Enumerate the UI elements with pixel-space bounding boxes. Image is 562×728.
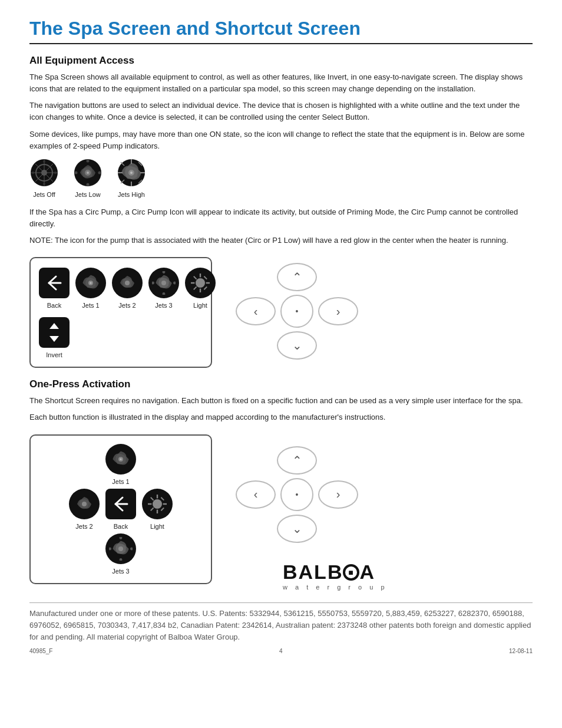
shortcut-jets3-icon xyxy=(105,533,136,564)
nav2-up-row: ⌃ xyxy=(277,446,317,475)
nav2-center-button: • xyxy=(280,478,313,511)
svg-point-17 xyxy=(98,171,101,174)
shortcut-jets2-item: Jets 2 xyxy=(69,489,100,530)
nav-up-row: ⌃ xyxy=(277,263,317,291)
spa-screen-box: Back Jets 1 xyxy=(29,257,212,368)
back-icon-item: Back xyxy=(39,268,70,309)
balboa-logo-water: w a t e r g r o u p xyxy=(283,584,388,591)
back-label: Back xyxy=(47,302,61,309)
svg-line-45 xyxy=(204,287,207,290)
nav-cluster-2: ⌃ ‹ • › ⌄ xyxy=(236,440,358,543)
spa-screen-diagram: Back Jets 1 xyxy=(29,257,533,368)
svg-point-59 xyxy=(120,558,123,561)
jets-off-label: Jets Off xyxy=(33,191,55,198)
svg-point-9 xyxy=(32,172,34,174)
shortcut-light-item: Light xyxy=(142,489,173,530)
date: 12-08-11 xyxy=(509,648,533,654)
jets3-label: Jets 3 xyxy=(155,302,172,309)
svg-point-62 xyxy=(118,546,123,551)
svg-point-47 xyxy=(120,458,121,460)
shortcut-jets2-icon xyxy=(69,489,100,519)
balboa-logo-name: BALB■A xyxy=(283,561,388,584)
jets2-icon xyxy=(112,268,143,298)
page-title: The Spa Screen and Shortcut Screen xyxy=(29,18,533,44)
shortcut-back-label: Back xyxy=(114,523,128,530)
svg-point-58 xyxy=(120,537,123,539)
invert-icon xyxy=(39,317,70,348)
svg-line-43 xyxy=(204,276,207,279)
balboa-logo-area: BALB■A w a t e r g r o u p xyxy=(283,561,388,591)
back-icon xyxy=(39,268,70,298)
shortcut-jets1-icon xyxy=(105,444,136,475)
nav-left-button: ‹ xyxy=(236,297,276,325)
balboa-o-circle: ■ xyxy=(343,564,359,581)
nav2-right-button: › xyxy=(318,480,358,509)
svg-point-13 xyxy=(87,172,89,174)
jets-off-item: Jets Off xyxy=(29,158,59,198)
section2-para1: The Shortcut Screen requires no navigati… xyxy=(29,395,533,407)
spa-screen-bottom-row: Invert xyxy=(39,317,203,358)
svg-point-61 xyxy=(130,547,133,550)
invert-icon-item: Invert xyxy=(39,317,70,358)
svg-point-28 xyxy=(130,172,133,174)
shortcut-jets3-label: Jets 3 xyxy=(112,568,129,575)
svg-point-60 xyxy=(109,547,111,550)
svg-point-16 xyxy=(75,171,78,174)
footer: Manufactured under one or more of these … xyxy=(29,602,533,654)
shortcut-screen-box: Jets 1 Jets 2 xyxy=(29,434,212,584)
light-icon xyxy=(185,268,216,298)
section1-para1: The Spa Screen shows all available equip… xyxy=(29,71,533,95)
shortcut-nav-area: ⌃ ‹ • › ⌄ BALB■A w a t e r g r o u p xyxy=(236,434,533,591)
shortcut-screen-diagram: Jets 1 Jets 2 xyxy=(29,434,533,591)
svg-point-8 xyxy=(43,183,45,185)
section1-heading: All Equipment Access xyxy=(29,55,533,67)
nav-cluster-1: ⌃ ‹ • › ⌄ xyxy=(236,257,358,360)
nav2-middle-row: ‹ • › xyxy=(236,478,358,511)
section1-para4: If the Spa has a Circ Pump, a Circ Pump … xyxy=(29,206,533,230)
shortcut-jets2-label: Jets 2 xyxy=(75,523,92,530)
patent-text: Manufactured under one or more of these … xyxy=(29,608,533,643)
doc-number: 40985_F xyxy=(29,648,52,654)
nav2-down-button: ⌄ xyxy=(277,515,317,543)
jets1-icon-item: Jets 1 xyxy=(75,268,106,309)
jets2-label: Jets 2 xyxy=(118,302,135,309)
svg-point-48 xyxy=(82,502,87,506)
nav-down-button: ⌄ xyxy=(277,331,317,360)
svg-point-31 xyxy=(125,281,130,285)
pump-icons-row: Jets Off Jets Low xyxy=(29,158,533,198)
nav-middle-row: ‹ • › xyxy=(236,295,358,328)
shortcut-back-icon xyxy=(105,489,136,519)
jets1-icon xyxy=(75,268,106,298)
nav2-left-button: ‹ xyxy=(236,480,276,509)
nav2-up-button: ⌃ xyxy=(277,446,317,475)
jets3-icon-item: Jets 3 xyxy=(148,268,179,309)
svg-line-42 xyxy=(194,276,197,279)
shortcut-jets1-item: Jets 1 xyxy=(105,444,136,485)
svg-point-30 xyxy=(90,282,91,284)
svg-point-15 xyxy=(87,183,90,186)
jets1-label: Jets 1 xyxy=(82,302,99,309)
jets-high-item: Jets High xyxy=(117,158,146,198)
page-number: 4 xyxy=(279,648,283,654)
svg-line-55 xyxy=(161,497,164,500)
section2-para2: Each button function is illustrated in t… xyxy=(29,411,533,423)
svg-point-14 xyxy=(87,159,90,162)
nav2-down-row: ⌄ xyxy=(277,515,317,543)
shortcut-light-icon xyxy=(142,489,173,519)
light-label: Light xyxy=(193,302,207,309)
balboa-logo-o: ■ xyxy=(343,561,359,584)
jets3-icon xyxy=(148,268,179,298)
svg-point-7 xyxy=(43,160,45,163)
shortcut-top-row: Jets 1 xyxy=(105,444,136,485)
shortcut-jets3-item: Jets 3 xyxy=(105,533,136,575)
nav-center-button: • xyxy=(280,295,313,328)
section1-para5: NOTE: The icon for the pump that is asso… xyxy=(29,235,533,246)
svg-point-49 xyxy=(153,499,162,509)
nav-right-button: › xyxy=(318,297,358,325)
svg-point-10 xyxy=(54,172,57,174)
svg-point-32 xyxy=(163,271,166,274)
section-all-equipment: All Equipment Access The Spa Screen show… xyxy=(29,55,533,246)
shortcut-jets1-label: Jets 1 xyxy=(112,478,129,485)
footer-bottom: 40985_F 4 12-08-11 xyxy=(29,648,533,654)
svg-point-34 xyxy=(152,282,154,285)
